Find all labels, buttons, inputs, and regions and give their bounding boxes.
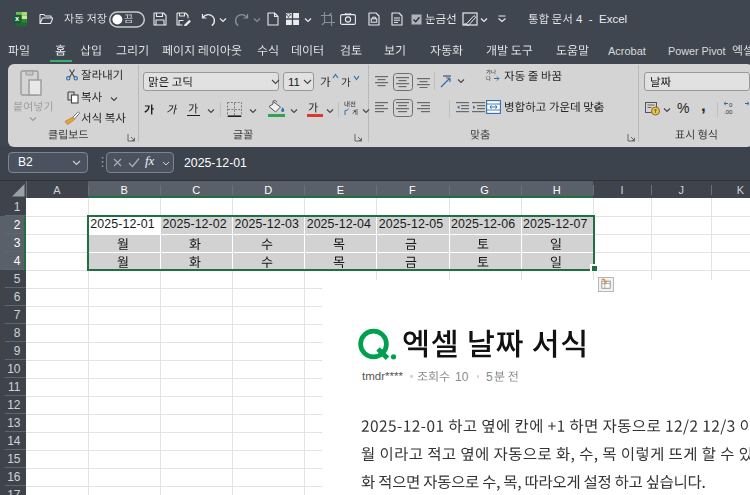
svg-text:0: 0	[729, 102, 733, 108]
svg-text:.00: .00	[724, 109, 733, 115]
